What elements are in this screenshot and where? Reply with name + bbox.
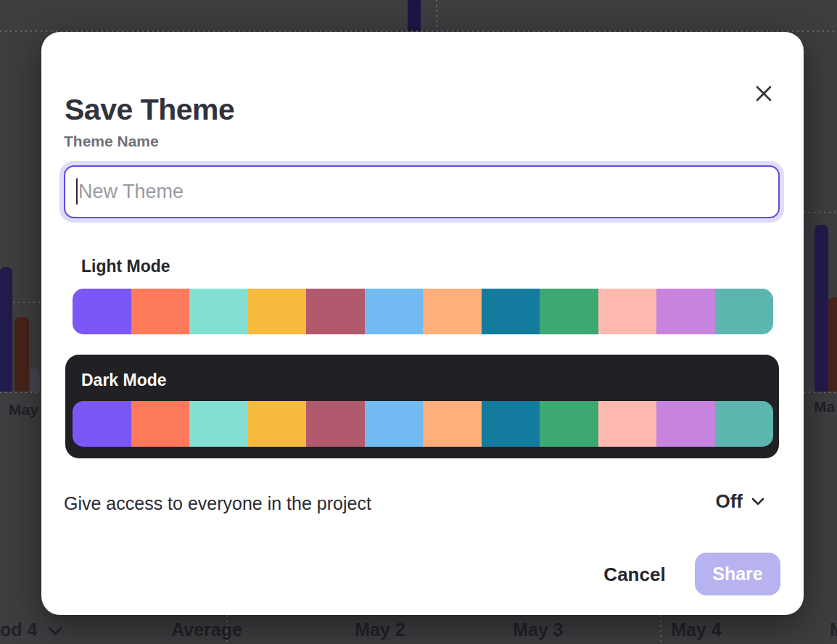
palette-swatch — [365, 289, 424, 334]
close-icon — [754, 84, 773, 105]
light-mode-label: Light Mode — [81, 257, 170, 276]
palette-swatch — [131, 289, 190, 334]
access-dropdown[interactable]: Off — [715, 490, 764, 513]
background-axis-label: May — [9, 401, 38, 418]
palette-swatch — [598, 401, 657, 447]
background-bar — [30, 368, 40, 392]
grid-line — [0, 392, 41, 393]
dark-mode-palette — [73, 401, 773, 447]
theme-name-label: Theme Name — [64, 133, 159, 150]
palette-swatch — [189, 401, 248, 447]
palette-swatch — [715, 289, 774, 334]
palette-swatch — [73, 401, 131, 447]
palette-swatch — [715, 401, 774, 447]
background-axis-label: May 4 — [671, 619, 721, 640]
grid-line — [13, 302, 41, 303]
palette-swatch — [598, 289, 657, 334]
palette-swatch — [423, 401, 482, 447]
palette-swatch — [656, 289, 715, 334]
light-mode-palette — [73, 289, 773, 334]
cancel-button[interactable]: Cancel — [600, 560, 669, 589]
palette-swatch — [248, 401, 307, 447]
text-caret — [76, 178, 78, 205]
background-axis-label: Ma — [814, 398, 835, 416]
palette-swatch — [423, 289, 482, 334]
background-bar — [0, 267, 12, 392]
screen: May Ma od 4 Average May 2 May 3 May 4 M … — [0, 0, 837, 644]
chevron-down-icon — [751, 498, 764, 505]
background-axis-label: May 3 — [513, 619, 563, 640]
access-dropdown-value: Off — [715, 490, 743, 513]
palette-swatch — [306, 401, 365, 447]
grid-line — [436, 0, 437, 31]
background-bar — [828, 297, 837, 392]
period-selector-label: od 4 — [0, 619, 37, 640]
close-button[interactable] — [749, 80, 778, 109]
background-axis-label: M — [830, 619, 837, 640]
chevron-down-icon — [48, 625, 62, 638]
palette-swatch — [656, 401, 715, 447]
background-axis-label: Average — [171, 619, 242, 640]
theme-name-input-focus-ring — [59, 161, 784, 223]
background-axis-label: May 2 — [355, 619, 405, 640]
background-bar — [15, 317, 29, 392]
background-bar — [408, 0, 421, 31]
grid-line — [660, 615, 661, 644]
background-bar — [815, 225, 828, 392]
theme-name-input[interactable] — [64, 165, 780, 218]
palette-swatch — [131, 401, 190, 447]
palette-swatch — [306, 289, 365, 334]
palette-swatch — [482, 289, 540, 334]
save-theme-dialog: Save Theme Theme Name Light Mode Dark Mo… — [41, 32, 804, 615]
dark-mode-card: Dark Mode — [65, 355, 779, 458]
dark-mode-label: Dark Mode — [81, 371, 167, 390]
share-button[interactable]: Share — [695, 553, 780, 595]
palette-swatch — [540, 289, 598, 334]
palette-swatch — [365, 401, 424, 447]
palette-swatch — [482, 401, 540, 447]
grid-line — [804, 392, 837, 393]
dialog-title: Save Theme — [65, 93, 234, 127]
grid-line — [804, 212, 837, 213]
palette-swatch — [73, 289, 131, 334]
palette-swatch — [248, 289, 307, 334]
palette-swatch — [540, 401, 598, 447]
palette-swatch — [189, 289, 248, 334]
access-label: Give access to everyone in the project — [64, 493, 371, 514]
